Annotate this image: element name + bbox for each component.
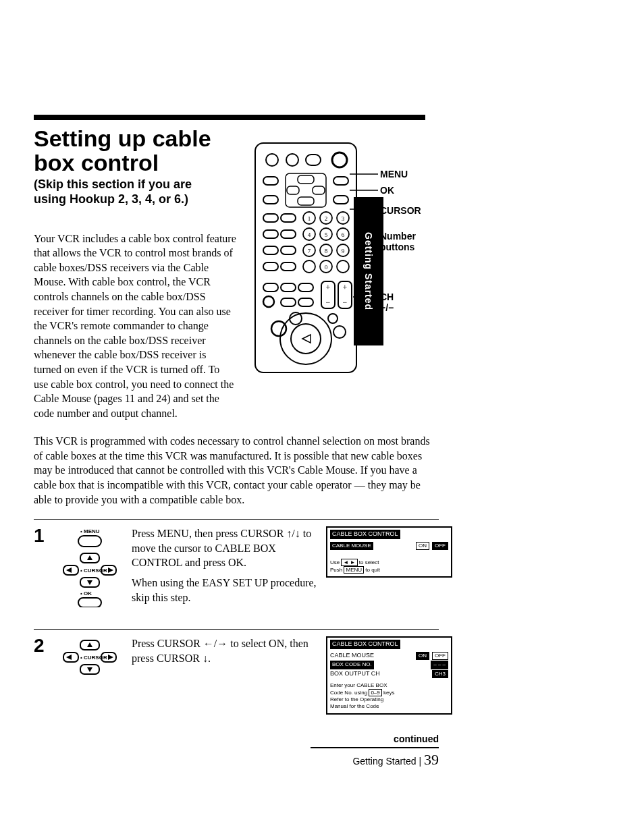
svg-rect-15 (281, 214, 296, 222)
title-block: Setting up cable box control (Skip this … (34, 127, 236, 207)
osd1-row1-label: CABLE MOUSE (330, 542, 373, 550)
svg-rect-51 (281, 283, 296, 292)
subtitle-line1: (Skip this section if you are (34, 177, 192, 191)
intro-paragraph: Your VCR includes a cable box control fe… (34, 231, 236, 421)
osd2-row1-label: CABLE MOUSE (330, 652, 374, 660)
remote-diagram: 1 2 3 4 5 6 7 8 9 0 (248, 136, 370, 379)
title-line1: Setting up cable (34, 126, 211, 151)
section-side-tab: Getting Started (354, 197, 383, 345)
svg-point-62 (333, 326, 346, 338)
osd2-title: CABLE BOX CONTROL (330, 640, 400, 649)
svg-rect-13 (313, 186, 325, 194)
step-1-osd: CABLE BOX CONTROL CABLE MOUSE ON OFF Use… (326, 526, 452, 578)
svg-rect-40 (263, 246, 278, 254)
svg-rect-52 (298, 283, 313, 292)
svg-text:−: − (343, 298, 348, 307)
svg-rect-3 (306, 155, 321, 165)
svg-point-2 (286, 154, 298, 166)
svg-rect-50 (263, 283, 278, 292)
svg-rect-79 (78, 598, 101, 607)
osd2-on: ON (416, 652, 429, 660)
step1-menu-label: • MENU (80, 528, 100, 534)
svg-rect-9 (333, 196, 348, 204)
svg-point-59 (271, 321, 286, 336)
divider-2 (34, 629, 439, 630)
osd1-title: CABLE BOX CONTROL (330, 530, 400, 539)
step-1-icons: • MENU • CURSOR • OK (58, 526, 122, 610)
svg-marker-76 (87, 580, 92, 585)
intro-p1: Your VCR includes a cable box control fe… (34, 231, 236, 421)
step-2-icons: • CURSOR (58, 636, 122, 686)
step-2-osd: CABLE BOX CONTROL CABLE MOUSE ON OFF BOX… (326, 636, 452, 714)
step-1-text1: Press MENU, then press CURSOR ↑/↓ to mov… (132, 526, 317, 570)
footer-section: Getting Started (352, 756, 416, 767)
svg-point-37 (337, 260, 349, 273)
osd2-row3-label: BOX OUTPUT CH (330, 670, 380, 678)
svg-text:3: 3 (342, 215, 345, 222)
step-1-text2: When using the EASY SET UP procedure, sk… (132, 576, 317, 605)
osd1-hints: Use ◄ ► to select Push MENU to quit (330, 559, 448, 574)
osd1-off: OFF (432, 542, 448, 550)
page-title: Setting up cable box control (34, 127, 236, 175)
svg-point-4 (332, 152, 347, 167)
divider-1 (34, 519, 439, 520)
svg-marker-81 (87, 642, 92, 647)
svg-text:2: 2 (325, 215, 328, 222)
osd2-hint4: Manual for the Code (330, 703, 448, 710)
osd2-row2-val: – – – (431, 661, 448, 669)
svg-rect-12 (287, 186, 299, 194)
svg-rect-39 (281, 230, 296, 238)
svg-point-61 (328, 314, 338, 323)
osd2-hint3: Refer to the Operating (330, 696, 448, 703)
svg-marker-85 (108, 655, 113, 660)
page-number: 39 (424, 751, 439, 768)
svg-rect-68 (78, 536, 101, 547)
svg-text:• CURSOR: • CURSOR (80, 567, 107, 574)
svg-point-36 (303, 260, 315, 273)
svg-rect-41 (281, 246, 296, 254)
footer-rule (311, 747, 439, 748)
svg-text:0: 0 (325, 264, 328, 271)
svg-text:7: 7 (308, 248, 311, 254)
svg-text:9: 9 (342, 248, 345, 254)
svg-marker-87 (87, 667, 92, 672)
svg-rect-14 (263, 214, 278, 222)
osd2-hint1: Enter your CABLE BOX (330, 682, 448, 689)
svg-point-60 (290, 312, 302, 325)
title-line2: box control (34, 150, 159, 175)
svg-rect-8 (333, 177, 348, 185)
svg-point-1 (266, 154, 278, 166)
svg-rect-55 (298, 298, 313, 306)
svg-text:• OK: • OK (80, 590, 92, 597)
svg-text:+: + (343, 283, 348, 292)
svg-rect-43 (281, 262, 296, 271)
svg-marker-72 (66, 567, 72, 573)
osd2-row3-val: CH3 (432, 670, 448, 678)
page-subtitle: (Skip this section if you are using Hook… (34, 177, 236, 206)
svg-point-53 (263, 296, 274, 307)
svg-text:8: 8 (325, 248, 328, 254)
svg-text:−: − (326, 298, 331, 307)
step-1: 1 • MENU • CURSOR • OK Press MENU, then … (34, 526, 452, 610)
svg-marker-70 (87, 555, 92, 560)
svg-rect-7 (263, 196, 278, 204)
header-rule (34, 115, 425, 120)
svg-rect-11 (298, 197, 314, 205)
svg-rect-10 (298, 175, 314, 184)
osd2-hints: Enter your CABLE BOX Code No. using 0–9 … (330, 682, 448, 711)
svg-text:5: 5 (325, 231, 328, 238)
step-2-number: 2 (34, 636, 49, 655)
step-2-text: Press CURSOR ←/→ to select ON, then pres… (132, 636, 317, 671)
svg-marker-58 (302, 335, 311, 343)
svg-rect-5 (286, 173, 326, 207)
svg-text:+: + (326, 283, 331, 292)
step-2-text1: Press CURSOR ←/→ to select ON, then pres… (132, 636, 317, 665)
svg-rect-38 (263, 230, 278, 238)
osd2-off: OFF (432, 652, 448, 660)
body-p2: This VCR is programmed with codes necess… (34, 434, 439, 507)
subtitle-line2: using Hookup 2, 3, 4, or 6.) (34, 192, 188, 206)
svg-text:• CURSOR: • CURSOR (80, 655, 107, 661)
svg-point-57 (291, 324, 321, 354)
svg-text:6: 6 (342, 231, 345, 238)
svg-rect-6 (263, 177, 278, 185)
